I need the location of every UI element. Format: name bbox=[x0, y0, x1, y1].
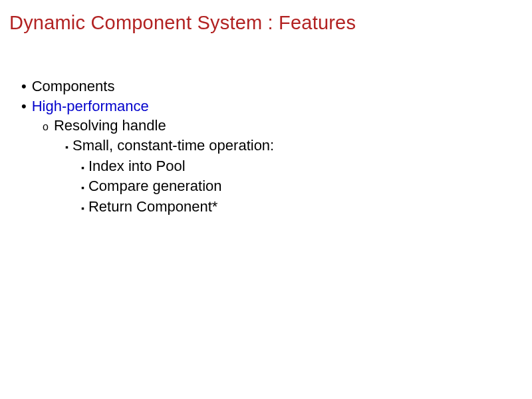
bullet-level2: o Resolving handle bbox=[43, 116, 523, 136]
bullet-text: Return Component* bbox=[88, 197, 217, 217]
bullet-text: Small, constant-time operation: bbox=[72, 136, 274, 156]
bullet-text: Resolving handle bbox=[54, 116, 166, 136]
bullet-square-icon: ▪ bbox=[81, 159, 84, 177]
bullet-level1: • Components bbox=[21, 76, 523, 96]
bullet-level4: ▪ Compare generation bbox=[81, 176, 523, 197]
bullet-dot-icon: • bbox=[21, 76, 27, 96]
bullet-square-icon: ▪ bbox=[81, 179, 84, 197]
bullet-level4: ▪ Return Component* bbox=[81, 197, 523, 217]
slide-title: Dynamic Component System : Features bbox=[9, 12, 523, 34]
bullet-circle-icon: o bbox=[43, 118, 49, 136]
bullet-level3: ▪ Small, constant-time operation: bbox=[65, 136, 523, 156]
bullet-text: Components bbox=[32, 76, 115, 96]
bullet-dot-icon: • bbox=[21, 96, 27, 116]
bullet-text: Compare generation bbox=[88, 176, 222, 196]
slide-content: • Components • High-performance o Resolv… bbox=[9, 76, 523, 217]
bullet-text-link: High-performance bbox=[32, 96, 149, 116]
slide: Dynamic Component System : Features • Co… bbox=[0, 0, 532, 399]
bullet-level1: • High-performance bbox=[21, 96, 523, 116]
bullet-square-icon: ▪ bbox=[65, 138, 68, 156]
bullet-square-icon: ▪ bbox=[81, 200, 84, 217]
bullet-level4: ▪ Index into Pool bbox=[81, 156, 523, 177]
bullet-text: Index into Pool bbox=[88, 156, 186, 176]
